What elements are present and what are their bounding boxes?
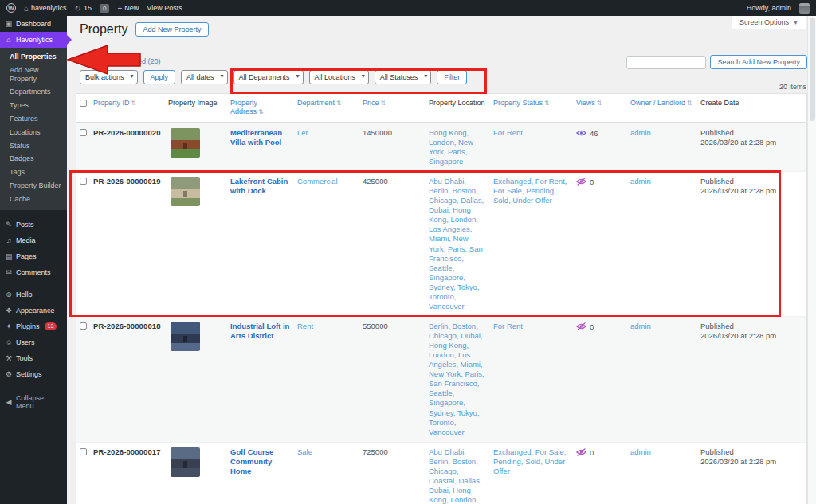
property-thumbnail[interactable] bbox=[171, 322, 200, 351]
submenu-item-all-properties[interactable]: All Properties bbox=[0, 50, 67, 64]
status-links[interactable]: Exchanged, For Sale, Pending, Sold, Unde… bbox=[493, 447, 566, 475]
comments-link[interactable]: 0 bbox=[100, 4, 109, 13]
select-all-checkbox[interactable] bbox=[80, 100, 87, 107]
property-id: PR-2026-00000019 bbox=[91, 172, 166, 316]
search-button[interactable]: Search Add New Property bbox=[710, 55, 807, 69]
status-links[interactable]: For Rent bbox=[493, 322, 523, 330]
main-content: Screen Options ▼ Property Add New Proper… bbox=[67, 16, 816, 504]
sidebar-item-dashboard[interactable]: ▣Dashboard bbox=[0, 16, 67, 32]
thumbnail-ground bbox=[171, 198, 200, 206]
location-links[interactable]: Abu Dhabi, Berlin, Boston, Chicago, Dall… bbox=[429, 177, 484, 311]
scrollbar-thumb[interactable] bbox=[810, 18, 815, 121]
updates-link[interactable]: ↻ 15 bbox=[75, 4, 92, 13]
property-address-link[interactable]: Mediterranean Villa with Pool bbox=[230, 128, 282, 147]
apply-button[interactable]: Apply bbox=[143, 70, 176, 84]
location-links[interactable]: Hong Kong, London, New York, Paris, Sing… bbox=[429, 128, 473, 166]
owner-link[interactable]: admin bbox=[630, 322, 651, 330]
filter-button[interactable]: Filter bbox=[437, 70, 467, 84]
comments-count-badge: 0 bbox=[100, 4, 109, 13]
sort-icon[interactable]: ⇅ bbox=[687, 100, 692, 107]
sidebar-item-collapse-menu[interactable]: ◀Collapse Menu bbox=[0, 390, 67, 414]
header-owner-landlord[interactable]: Owner / Landlord bbox=[630, 99, 685, 107]
sidebar-item-users[interactable]: ☺Users bbox=[0, 334, 67, 350]
sidebar-item-settings[interactable]: ⚙Settings bbox=[0, 366, 67, 382]
submenu-item-cache[interactable]: Cache bbox=[0, 193, 67, 206]
submenu-item-status[interactable]: Status bbox=[0, 139, 67, 153]
submenu-item-locations[interactable]: Locations bbox=[0, 126, 67, 139]
sort-icon[interactable]: ⇅ bbox=[381, 100, 386, 107]
department-link[interactable]: Let bbox=[297, 128, 308, 137]
location-links[interactable]: Berlin, Boston, Chicago, Dubai, Hong Kon… bbox=[429, 322, 484, 436]
new-content-link[interactable]: + New bbox=[117, 4, 139, 13]
wordpress-logo-icon[interactable]: W bbox=[6, 3, 16, 13]
user-avatar[interactable] bbox=[799, 3, 810, 14]
view-posts-link[interactable]: View Posts bbox=[147, 4, 182, 12]
department-link[interactable]: Commercial bbox=[297, 177, 338, 186]
screen-options-button[interactable]: Screen Options ▼ bbox=[732, 16, 806, 29]
property-thumbnail[interactable] bbox=[171, 128, 200, 158]
header-property-status[interactable]: Property Status bbox=[493, 99, 543, 107]
header-property-image: Property Image bbox=[168, 99, 218, 107]
owner-link[interactable]: admin bbox=[630, 128, 651, 137]
sort-icon[interactable]: ⇅ bbox=[131, 100, 137, 107]
submenu-item-departments[interactable]: Departments bbox=[0, 85, 67, 99]
property-address-link[interactable]: Industrial Loft in Arts District bbox=[230, 322, 289, 340]
submenu-item-features[interactable]: Features bbox=[0, 112, 67, 126]
sidebar-item-posts[interactable]: ✎Posts bbox=[0, 217, 67, 232]
thumbnail-ground bbox=[171, 343, 200, 351]
submenu-item-add-new-property[interactable]: Add New Property bbox=[0, 64, 67, 86]
sidebar-item-appearance[interactable]: ❖Appearance bbox=[0, 303, 67, 318]
bulk-actions-select[interactable]: Bulk actions bbox=[80, 70, 138, 84]
sidebar-item-plugins[interactable]: ✦Plugins13 bbox=[0, 318, 67, 334]
sidebar-item-comments[interactable]: ✉Comments bbox=[0, 264, 67, 280]
status-links[interactable]: Exchanged, For Rent, For Sale, Pending, … bbox=[493, 177, 567, 205]
sort-icon[interactable]: ⇅ bbox=[597, 100, 602, 107]
header-department[interactable]: Department bbox=[297, 99, 335, 107]
scrollbar[interactable] bbox=[807, 16, 816, 504]
create-date: Published2026/03/20 at 2:28 pm bbox=[698, 317, 806, 442]
location-links[interactable]: Abu Dhabi, Berlin, Boston, Chicago, Coas… bbox=[429, 447, 483, 504]
department-link[interactable]: Sale bbox=[297, 447, 312, 456]
property-thumbnail[interactable] bbox=[171, 177, 200, 206]
sidebar-item-havenlytics[interactable]: ⌂Havenlytics bbox=[0, 32, 67, 48]
add-new-property-button[interactable]: Add New Property bbox=[135, 22, 208, 37]
submenu-item-badges[interactable]: Badges bbox=[0, 152, 67, 166]
howdy-text[interactable]: Howdy, admin bbox=[747, 4, 791, 12]
property-address-link[interactable]: Lakefront Cabin with Dock bbox=[230, 177, 288, 195]
header-views[interactable]: Views bbox=[576, 99, 595, 107]
sort-icon[interactable]: ⇅ bbox=[336, 100, 342, 107]
owner-link[interactable]: admin bbox=[630, 447, 651, 456]
statuses-filter-select[interactable]: All Statuses bbox=[375, 70, 432, 84]
header-property-address[interactable]: Property Address bbox=[230, 99, 257, 115]
posts-icon: ✎ bbox=[5, 221, 13, 229]
site-name-link[interactable]: ⌂ havenlytics bbox=[24, 4, 67, 13]
header-price[interactable]: Price bbox=[363, 99, 379, 107]
settings-icon: ⚙ bbox=[5, 370, 13, 378]
property-address-link[interactable]: Golf Course Community Home bbox=[230, 447, 273, 475]
row-checkbox[interactable] bbox=[80, 129, 87, 136]
filter-published-link[interactable]: Published (20) bbox=[114, 57, 160, 65]
row-checkbox[interactable] bbox=[80, 322, 87, 330]
sort-icon[interactable]: ⇅ bbox=[544, 100, 550, 107]
department-link[interactable]: Rent bbox=[297, 322, 313, 330]
row-checkbox[interactable] bbox=[80, 178, 87, 185]
property-thumbnail[interactable] bbox=[171, 447, 200, 477]
departments-filter-select[interactable]: All Departments bbox=[233, 70, 304, 84]
sidebar-item-hello[interactable]: ⊕Hello bbox=[0, 287, 67, 303]
thumbnail-house bbox=[171, 189, 200, 198]
sidebar-item-pages[interactable]: ▤Pages bbox=[0, 248, 67, 264]
sidebar-item-media[interactable]: ♫Media bbox=[0, 232, 67, 248]
sort-icon[interactable]: ⇅ bbox=[258, 108, 264, 115]
submenu-item-property-builder[interactable]: Property Builder bbox=[0, 179, 67, 193]
search-input[interactable] bbox=[626, 56, 706, 69]
submenu-item-types[interactable]: Types bbox=[0, 99, 67, 112]
owner-link[interactable]: admin bbox=[630, 177, 651, 186]
header-property-id[interactable]: Property ID bbox=[93, 99, 130, 107]
row-checkbox[interactable] bbox=[80, 448, 87, 455]
filter-all-link[interactable]: All (20) bbox=[80, 57, 104, 65]
sidebar-item-tools[interactable]: ⚒Tools bbox=[0, 350, 67, 366]
locations-filter-select[interactable]: All Locations bbox=[309, 70, 369, 84]
submenu-item-tags[interactable]: Tags bbox=[0, 166, 67, 179]
status-links[interactable]: For Rent bbox=[493, 128, 523, 137]
dates-filter-select[interactable]: All dates bbox=[181, 70, 228, 84]
